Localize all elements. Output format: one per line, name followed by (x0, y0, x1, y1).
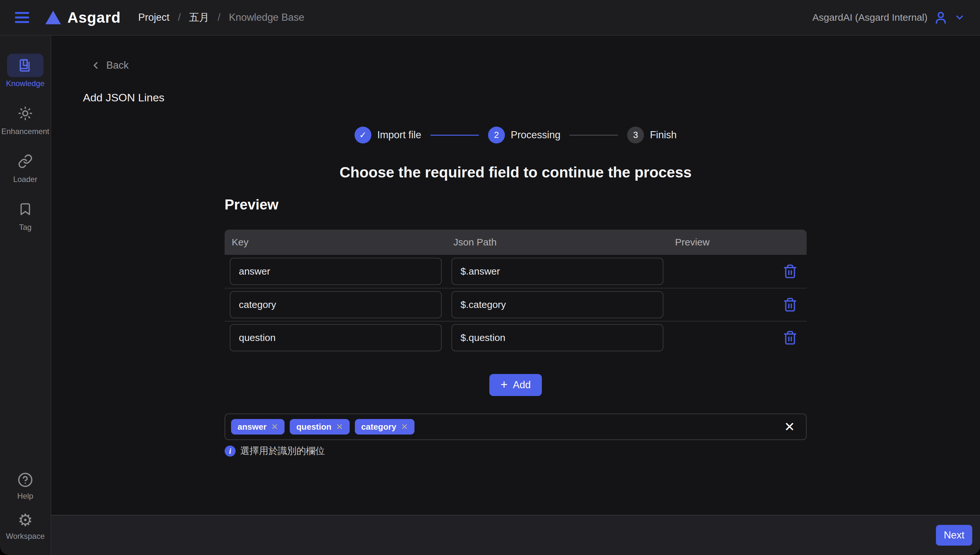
step-1-label: Import file (377, 129, 421, 141)
sidebar-item-label: Help (17, 492, 33, 500)
sun-icon (18, 106, 33, 121)
field-chip-label: category (361, 422, 396, 432)
json-path-input[interactable] (451, 258, 663, 285)
account-menu[interactable]: AsgardAI (Asgard Internal) (813, 10, 965, 25)
trash-icon (783, 330, 798, 345)
delete-row-button[interactable] (783, 330, 798, 345)
breadcrumb-knowledge-base[interactable]: Knowledge Base (229, 12, 304, 23)
table-row (225, 321, 806, 354)
back-label: Back (106, 59, 129, 71)
sidebar-item-tag[interactable]: Help Tag (7, 197, 43, 232)
step-processing: 2 Processing (488, 127, 560, 143)
key-input[interactable] (230, 258, 442, 285)
breadcrumb-separator: / (218, 12, 221, 23)
key-input[interactable] (230, 291, 442, 318)
chevron-left-icon (90, 60, 101, 71)
topbar: Asgard Project / 五月 / Knowledge Base Asg… (0, 0, 980, 35)
sidebar-item-label: Knowledge (6, 79, 45, 88)
clear-all-icon[interactable]: ✕ (784, 420, 795, 433)
column-header-preview: Preview (673, 237, 806, 248)
plus-icon: + (500, 378, 507, 390)
logo[interactable]: Asgard (45, 9, 121, 26)
sidebar-item-label: Loader (13, 175, 38, 184)
table-header: Key Json Path Preview (225, 229, 806, 255)
column-header-key: Key (230, 237, 451, 248)
trash-icon (783, 297, 798, 312)
field-chip: answer ✕ (231, 419, 285, 435)
step-3-label: Finish (650, 129, 677, 141)
chip-close-icon[interactable]: ✕ (401, 423, 408, 431)
step-2-circle: 2 (488, 127, 505, 143)
delete-row-button[interactable] (783, 297, 798, 312)
logo-text: Asgard (68, 9, 121, 26)
column-header-json-path: Json Path (451, 237, 673, 248)
step-3-circle: 3 (627, 127, 644, 143)
logo-triangle-icon (45, 11, 61, 24)
chip-close-icon[interactable]: ✕ (336, 423, 343, 431)
main-heading: Choose the required field to continue th… (51, 164, 980, 181)
user-icon[interactable] (933, 10, 948, 25)
hamburger-menu-icon[interactable] (15, 12, 29, 23)
account-label: AsgardAI (Asgard Internal) (813, 12, 927, 23)
step-finish: 3 Finish (627, 127, 677, 143)
step-import-file: ✓ Import file (354, 127, 421, 143)
sidebar-item-label: Tag (19, 223, 32, 232)
chevron-down-icon[interactable] (954, 12, 965, 23)
footer-bar: Next (51, 515, 980, 555)
help-circle-icon (18, 472, 33, 488)
sidebar: Knowledge Enhancement (0, 35, 51, 555)
required-fields-input[interactable]: answer ✕ question ✕ category ✕ ✕ (225, 414, 806, 440)
step-2-label: Processing (511, 129, 560, 141)
sidebar-item-knowledge[interactable]: Knowledge (6, 54, 45, 88)
info-icon: i (225, 446, 236, 457)
app-window: Asgard Project / 五月 / Knowledge Base Asg… (0, 0, 980, 555)
field-chip-label: question (296, 422, 331, 432)
add-button-label: Add (513, 379, 531, 391)
trash-icon (783, 264, 798, 279)
step-connector (430, 135, 479, 136)
page-title: Add JSON Lines (83, 91, 980, 104)
sidebar-item-help[interactable]: Help (7, 470, 43, 500)
sidebar-item-label: Enhancement (1, 127, 49, 136)
sidebar-item-loader[interactable]: Loader (7, 149, 43, 184)
chip-close-icon[interactable]: ✕ (271, 423, 278, 431)
field-chip: category ✕ (355, 419, 415, 435)
sidebar-item-workspace[interactable]: ⚙ Workspace (6, 510, 45, 541)
field-chip-label: answer (238, 422, 267, 432)
info-text: 選擇用於識別的欄位 (240, 444, 325, 457)
next-button[interactable]: Next (936, 525, 972, 545)
step-connector (570, 135, 618, 136)
gear-icon: ⚙ (18, 512, 33, 528)
table-row (225, 288, 806, 321)
preview-section-title: Preview (225, 197, 806, 213)
breadcrumb-separator: / (178, 12, 181, 23)
json-path-input[interactable] (451, 324, 663, 351)
sidebar-item-enhancement[interactable]: Enhancement (1, 102, 49, 136)
sidebar-item-label: Workspace (6, 532, 45, 541)
info-row: i 選擇用於識別的欄位 (225, 444, 806, 457)
breadcrumb: Project / 五月 / Knowledge Base (138, 11, 304, 24)
stepper: ✓ Import file 2 Processing 3 Finish (354, 127, 677, 143)
breadcrumb-project[interactable]: Project (138, 12, 169, 23)
main-area: Back Add JSON Lines ✓ Import file 2 Proc… (51, 35, 980, 555)
json-path-input[interactable] (451, 291, 663, 318)
field-chip: question ✕ (290, 419, 349, 435)
breadcrumb-month[interactable]: 五月 (189, 11, 209, 24)
book-icon (18, 58, 33, 73)
step-1-circle: ✓ (354, 127, 372, 143)
key-input[interactable] (230, 324, 442, 351)
delete-row-button[interactable] (783, 264, 798, 279)
table-row (225, 255, 806, 288)
back-button[interactable]: Back (90, 59, 129, 71)
link-icon (18, 154, 33, 169)
add-button[interactable]: + Add (489, 374, 542, 396)
bookmark-icon (18, 202, 32, 216)
mapping-table: Key Json Path Preview (225, 229, 806, 354)
